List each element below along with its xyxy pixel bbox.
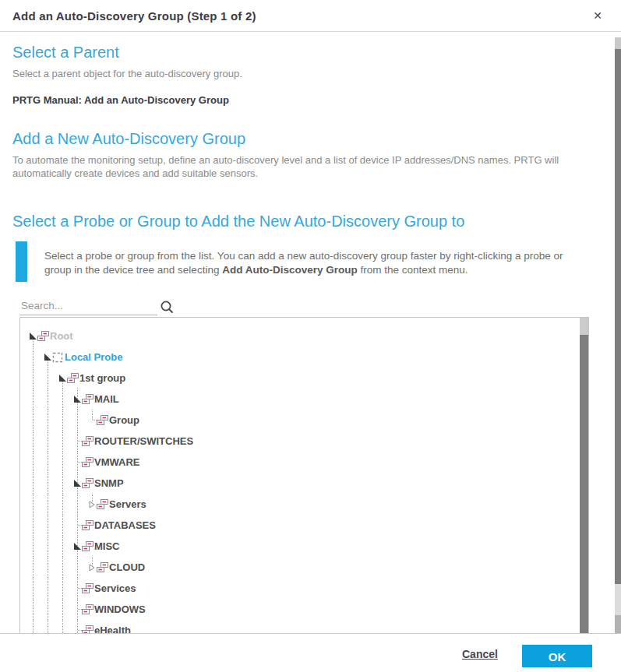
tree-node-label[interactable]: eHealth bbox=[94, 620, 131, 633]
group-icon bbox=[81, 540, 94, 553]
tree-node-label[interactable]: VMWARE bbox=[94, 452, 140, 473]
device-tree-panel: RootLocal Probe1st groupMAILGroupROUTER/… bbox=[19, 317, 589, 633]
tree-guide-line bbox=[48, 410, 48, 431]
tree-guide-line bbox=[33, 431, 34, 452]
group-icon bbox=[37, 330, 50, 343]
group-icon bbox=[96, 498, 109, 511]
tree-guide-line bbox=[62, 578, 63, 599]
tree-guide-line bbox=[62, 410, 63, 431]
tree-guide-line bbox=[62, 494, 63, 515]
tree-node-vmware[interactable]: VMWARE bbox=[20, 452, 579, 473]
tree-guide-line bbox=[62, 389, 63, 410]
tree-node-label[interactable]: Root bbox=[50, 325, 73, 347]
tree-node-mail[interactable]: MAIL bbox=[20, 389, 579, 410]
group-icon bbox=[81, 435, 94, 448]
tree-node-services[interactable]: Services bbox=[20, 578, 579, 599]
tree-guide-line bbox=[48, 452, 48, 473]
tree-guide-line bbox=[33, 515, 34, 536]
tree-node-label[interactable]: Local Probe bbox=[65, 347, 122, 368]
tree-expanded-arrow-icon[interactable] bbox=[30, 332, 37, 340]
tree-guide-line bbox=[48, 389, 48, 410]
tree-guide-line bbox=[92, 410, 93, 420]
info-box: Select a probe or group from the list. Y… bbox=[16, 241, 596, 282]
info-accent-bar bbox=[16, 241, 27, 282]
tree-guide-line bbox=[77, 494, 78, 515]
group-icon bbox=[81, 625, 94, 633]
tree-guide-line bbox=[33, 578, 34, 599]
tree-guide-line bbox=[62, 452, 63, 473]
tree-guide-line bbox=[77, 410, 78, 431]
group-icon bbox=[81, 393, 94, 406]
tree-collapsed-arrow-icon[interactable] bbox=[89, 501, 95, 508]
tree-guide-line bbox=[33, 536, 34, 557]
tree-scrollbar-thumb[interactable] bbox=[580, 335, 588, 633]
tree-expanded-arrow-icon[interactable] bbox=[59, 375, 66, 382]
group-icon bbox=[96, 414, 109, 427]
info-text: Select a probe or group from the list. Y… bbox=[44, 249, 590, 282]
tree-node-label[interactable]: MAIL bbox=[94, 389, 119, 410]
prtg-manual-link[interactable]: PRTG Manual: Add an Auto-Discovery Group bbox=[12, 94, 229, 106]
tree-node-label[interactable]: Group bbox=[109, 410, 139, 431]
tree-guide-line bbox=[33, 494, 34, 515]
tree-guide-line bbox=[33, 473, 34, 494]
tree-node-databases[interactable]: DATABASES bbox=[20, 515, 579, 536]
tree-node-label[interactable]: SNMP bbox=[94, 473, 124, 494]
add-group-description: To automate the monitoring setup, define… bbox=[12, 153, 595, 180]
search-icon[interactable] bbox=[160, 300, 175, 318]
tree-node-label[interactable]: MISC bbox=[94, 536, 120, 557]
tree-guide-line bbox=[33, 620, 34, 633]
tree-node-group[interactable]: Group bbox=[20, 410, 579, 431]
dialog-title: Add an Auto-Discovery Group (Step 1 of 2… bbox=[12, 9, 256, 23]
tree-node-label[interactable]: ROUTER/SWITCHES bbox=[94, 431, 193, 452]
tree-guide-line bbox=[62, 515, 63, 536]
tree-collapsed-arrow-icon[interactable] bbox=[89, 564, 95, 572]
tree-guide-line bbox=[62, 599, 63, 620]
tree-guide-line bbox=[77, 620, 78, 633]
tree-node-cloud[interactable]: CLOUD bbox=[20, 557, 579, 578]
page-scrollbar-thumb[interactable] bbox=[615, 49, 621, 584]
page-scrollbar-track-bottom[interactable] bbox=[615, 584, 621, 615]
page-scrollbar-corner[interactable] bbox=[615, 615, 621, 633]
tree-node-label[interactable]: DATABASES bbox=[94, 515, 156, 536]
tree-node-misc[interactable]: MISC bbox=[20, 536, 579, 557]
tree-guide-line bbox=[48, 578, 48, 599]
tree-node-root[interactable]: Root bbox=[20, 325, 579, 347]
tree-node-label[interactable]: CLOUD bbox=[109, 557, 145, 578]
info-text-after: from the context menu. bbox=[358, 264, 468, 276]
tree-guide-line bbox=[33, 557, 34, 578]
tree-node-ehealth[interactable]: eHealth bbox=[20, 620, 579, 633]
cancel-button[interactable]: Cancel bbox=[462, 648, 498, 660]
search-field-wrap bbox=[19, 298, 157, 315]
ok-button[interactable]: OK bbox=[522, 645, 592, 667]
tree-guide-line bbox=[77, 557, 78, 578]
tree-node-1st-group[interactable]: 1st group bbox=[20, 368, 579, 389]
section-heading-add-group: Add a New Auto-Discovery Group bbox=[12, 130, 245, 148]
tree-node-label[interactable]: Services bbox=[94, 578, 136, 599]
select-parent-description: Select a parent object for the auto-disc… bbox=[12, 67, 242, 80]
tree-node-label[interactable]: WINDOWS bbox=[94, 599, 146, 620]
tree-node-servers[interactable]: Servers bbox=[20, 494, 579, 515]
tree-guide-line bbox=[33, 347, 34, 368]
tree-node-label[interactable]: Servers bbox=[109, 494, 146, 515]
tree-node-local-probe[interactable]: Local Probe bbox=[20, 347, 579, 368]
tree-guide-line bbox=[48, 473, 48, 494]
group-icon bbox=[81, 582, 94, 595]
search-input[interactable] bbox=[19, 298, 157, 315]
page-scrollbar-track-top[interactable] bbox=[615, 37, 621, 49]
device-tree: RootLocal Probe1st groupMAILGroupROUTER/… bbox=[20, 325, 579, 633]
tree-guide-line bbox=[48, 515, 48, 536]
group-icon bbox=[81, 456, 94, 469]
tree-node-router-switches[interactable]: ROUTER/SWITCHES bbox=[20, 431, 579, 452]
tree-node-label[interactable]: 1st group bbox=[79, 368, 125, 389]
tree-guide-line bbox=[62, 620, 63, 633]
tree-guide-line bbox=[48, 494, 48, 515]
group-icon bbox=[81, 477, 94, 490]
footer-divider bbox=[0, 633, 621, 634]
tree-node-snmp[interactable]: SNMP bbox=[20, 473, 579, 494]
close-icon[interactable]: ✕ bbox=[593, 10, 602, 21]
tree-node-windows[interactable]: WINDOWS bbox=[20, 599, 579, 620]
tree-guide-line bbox=[62, 473, 63, 494]
info-text-bold: Add Auto-Discovery Group bbox=[222, 264, 358, 276]
section-heading-select-parent: Select a Parent bbox=[12, 44, 119, 62]
tree-expanded-arrow-icon[interactable] bbox=[44, 354, 51, 361]
